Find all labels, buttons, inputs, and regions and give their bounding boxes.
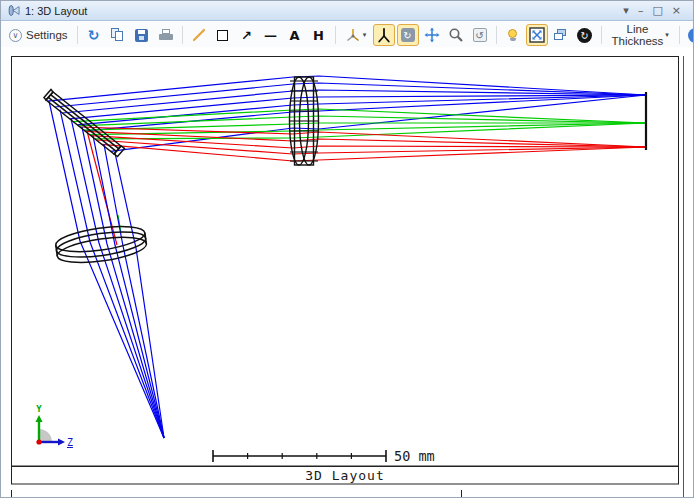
- undo-rotate-icon: ↺: [473, 28, 487, 42]
- rectangle-icon: [217, 30, 228, 41]
- line-thickness-dropdown[interactable]: Line Thickness ▾: [607, 21, 674, 49]
- layout-window: 1: 3D Layout ▾ – □ × ∨ Settings ↻: [0, 0, 694, 498]
- layout-canvas[interactable]: Y Z 50 mm 3D Layout: [1, 47, 694, 498]
- orientation-dropdown-button[interactable]: ▾: [341, 24, 371, 46]
- minimize-button[interactable]: –: [638, 5, 644, 16]
- maximize-button[interactable]: □: [652, 5, 662, 16]
- fit-frame-icon: [529, 27, 545, 43]
- rotate-axes-icon: [376, 27, 392, 43]
- spin-icon: ↻: [401, 28, 415, 42]
- clone-window-button[interactable]: [550, 24, 572, 46]
- spin-tool-button[interactable]: ↻: [397, 24, 419, 46]
- close-button[interactable]: ×: [672, 5, 681, 16]
- copy-icon: [110, 28, 125, 42]
- clock-arrow-icon: ↻: [577, 28, 592, 43]
- line-annotation-button[interactable]: [188, 24, 210, 46]
- toolbar-separator: [335, 26, 336, 44]
- title-bar[interactable]: 1: 3D Layout ▾ – □ ×: [1, 1, 694, 21]
- settings-label: Settings: [26, 29, 68, 41]
- toolbar: ∨ Settings ↻ ↗ —: [1, 22, 694, 48]
- window-menu-button[interactable]: ▾: [623, 5, 629, 16]
- help-icon: ?: [688, 28, 694, 43]
- stacked-windows-icon: [553, 28, 568, 42]
- zoom-button[interactable]: [445, 24, 467, 46]
- horizontal-line-icon: —: [264, 29, 277, 42]
- toolbar-separator: [77, 26, 78, 44]
- rectangle-annotation-button[interactable]: [212, 24, 234, 46]
- x-axis-dot: [36, 439, 41, 444]
- chevron-down-icon: ▾: [665, 31, 669, 39]
- 3d-axes-icon: [345, 27, 361, 43]
- refresh-icon: ↻: [88, 28, 100, 42]
- lamp-icon: [508, 29, 517, 41]
- text-annotation-button[interactable]: A: [284, 24, 306, 46]
- lamp-button[interactable]: [502, 24, 524, 46]
- animate-button[interactable]: ↻: [574, 24, 596, 46]
- dimension-icon: H: [313, 29, 324, 42]
- pan-icon: [424, 27, 440, 43]
- toolbar-separator: [679, 26, 680, 44]
- caption-label: 3D Layout: [305, 468, 384, 483]
- window-title: 1: 3D Layout: [25, 5, 87, 17]
- print-icon: [159, 29, 173, 42]
- fit-window-button[interactable]: [526, 24, 548, 46]
- toolbar-separator: [496, 26, 497, 44]
- toolbar-separator: [182, 26, 183, 44]
- z-axis-label: Z: [67, 437, 73, 448]
- chevron-down-icon: ▾: [363, 31, 367, 39]
- scale-bar-label: 50 mm: [394, 448, 435, 464]
- pan-button[interactable]: [421, 24, 443, 46]
- line-thickness-label: Line Thickness: [612, 23, 664, 47]
- y-axis-label: Y: [36, 404, 42, 414]
- print-button[interactable]: [155, 24, 177, 46]
- arrow-annotation-button[interactable]: ↗: [236, 24, 258, 46]
- line-icon: [191, 27, 207, 43]
- reset-view-button[interactable]: ↺: [469, 24, 491, 46]
- magnifier-icon: [448, 27, 464, 43]
- save-button[interactable]: [131, 24, 153, 46]
- update-button[interactable]: ↻: [83, 24, 105, 46]
- window-lens-icon: [7, 4, 20, 17]
- chevron-down-circle-icon: ∨: [9, 29, 22, 42]
- dimension-annotation-button[interactable]: H: [308, 24, 330, 46]
- arrow-icon: ↗: [241, 29, 252, 42]
- help-button[interactable]: ?: [685, 24, 694, 46]
- copy-button[interactable]: [107, 24, 129, 46]
- save-icon: [135, 29, 148, 42]
- text-icon: A: [290, 29, 300, 42]
- toolbar-separator: [601, 26, 602, 44]
- rotate-tool-button[interactable]: [373, 24, 395, 46]
- settings-button[interactable]: ∨ Settings: [5, 27, 72, 44]
- dash-annotation-button[interactable]: —: [260, 24, 282, 46]
